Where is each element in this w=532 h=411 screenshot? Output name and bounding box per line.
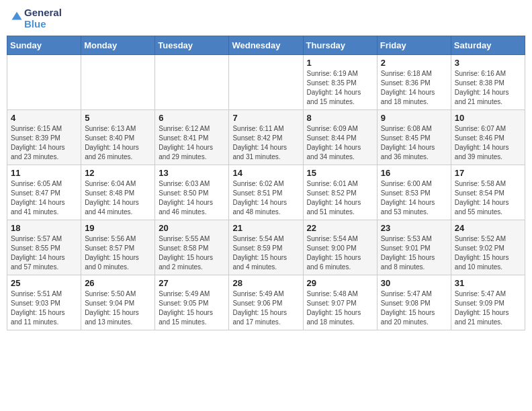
day-info: Sunrise: 6:07 AM Sunset: 8:46 PM Dayligh… xyxy=(455,124,521,162)
calendar-cell: 25Sunrise: 5:51 AM Sunset: 9:03 PM Dayli… xyxy=(7,275,81,330)
day-number: 3 xyxy=(455,58,521,68)
day-info: Sunrise: 5:58 AM Sunset: 8:54 PM Dayligh… xyxy=(455,179,521,217)
day-info: Sunrise: 5:56 AM Sunset: 8:57 PM Dayligh… xyxy=(85,234,151,272)
day-info: Sunrise: 6:01 AM Sunset: 8:52 PM Dayligh… xyxy=(307,179,373,217)
day-number: 30 xyxy=(381,278,447,288)
day-number: 8 xyxy=(307,113,373,123)
calendar-cell: 16Sunrise: 6:00 AM Sunset: 8:53 PM Dayli… xyxy=(377,165,451,220)
day-number: 4 xyxy=(11,113,77,123)
day-number: 25 xyxy=(11,278,77,288)
calendar-cell: 2Sunrise: 6:18 AM Sunset: 8:36 PM Daylig… xyxy=(377,54,451,109)
day-number: 15 xyxy=(307,168,373,178)
day-number: 2 xyxy=(381,58,447,68)
day-number: 9 xyxy=(381,113,447,123)
calendar-cell: 1Sunrise: 6:19 AM Sunset: 8:35 PM Daylig… xyxy=(303,54,377,109)
day-number: 27 xyxy=(159,278,225,288)
day-info: Sunrise: 5:54 AM Sunset: 8:59 PM Dayligh… xyxy=(232,234,299,272)
day-number: 24 xyxy=(455,223,521,233)
day-number: 23 xyxy=(381,223,447,233)
calendar-week-1: 1Sunrise: 6:19 AM Sunset: 8:35 PM Daylig… xyxy=(7,54,525,109)
day-info: Sunrise: 6:12 AM Sunset: 8:41 PM Dayligh… xyxy=(159,124,225,162)
day-number: 13 xyxy=(159,168,225,178)
day-number: 12 xyxy=(85,168,151,178)
calendar-cell: 4Sunrise: 6:15 AM Sunset: 8:39 PM Daylig… xyxy=(7,109,81,165)
calendar-cell: 27Sunrise: 5:49 AM Sunset: 9:05 PM Dayli… xyxy=(155,275,229,330)
day-number: 21 xyxy=(232,223,299,233)
calendar-header-row: SundayMondayTuesdayWednesdayThursdayFrid… xyxy=(7,36,525,54)
day-info: Sunrise: 6:18 AM Sunset: 8:36 PM Dayligh… xyxy=(381,69,447,107)
day-info: Sunrise: 5:47 AM Sunset: 9:09 PM Dayligh… xyxy=(455,289,521,327)
day-number: 20 xyxy=(159,223,225,233)
calendar-cell: 5Sunrise: 6:13 AM Sunset: 8:40 PM Daylig… xyxy=(81,109,155,165)
weekday-header-saturday: Saturday xyxy=(451,36,525,54)
day-info: Sunrise: 6:15 AM Sunset: 8:39 PM Dayligh… xyxy=(11,124,77,162)
day-info: Sunrise: 6:19 AM Sunset: 8:35 PM Dayligh… xyxy=(307,69,373,107)
day-number: 29 xyxy=(307,278,373,288)
day-info: Sunrise: 5:47 AM Sunset: 9:08 PM Dayligh… xyxy=(381,289,447,327)
day-info: Sunrise: 6:13 AM Sunset: 8:40 PM Dayligh… xyxy=(85,124,151,162)
calendar-cell: 8Sunrise: 6:09 AM Sunset: 8:44 PM Daylig… xyxy=(303,109,377,165)
day-info: Sunrise: 5:57 AM Sunset: 8:55 PM Dayligh… xyxy=(11,234,77,272)
day-number: 31 xyxy=(455,278,521,288)
calendar-cell: 21Sunrise: 5:54 AM Sunset: 8:59 PM Dayli… xyxy=(229,220,303,275)
calendar-cell: 10Sunrise: 6:07 AM Sunset: 8:46 PM Dayli… xyxy=(451,109,525,165)
day-info: Sunrise: 6:04 AM Sunset: 8:48 PM Dayligh… xyxy=(85,179,151,217)
calendar-cell: 19Sunrise: 5:56 AM Sunset: 8:57 PM Dayli… xyxy=(81,220,155,275)
calendar-week-2: 4Sunrise: 6:15 AM Sunset: 8:39 PM Daylig… xyxy=(7,109,525,165)
day-info: Sunrise: 6:09 AM Sunset: 8:44 PM Dayligh… xyxy=(307,124,373,162)
day-info: Sunrise: 6:00 AM Sunset: 8:53 PM Dayligh… xyxy=(381,179,447,217)
day-info: Sunrise: 6:16 AM Sunset: 8:38 PM Dayligh… xyxy=(455,69,521,107)
day-number: 1 xyxy=(307,58,373,68)
calendar-table: SundayMondayTuesdayWednesdayThursdayFrid… xyxy=(7,36,525,330)
calendar-cell: 11Sunrise: 6:05 AM Sunset: 8:47 PM Dayli… xyxy=(7,165,81,220)
logo: GeneralBlue xyxy=(9,7,62,30)
svg-marker-0 xyxy=(12,12,22,20)
calendar-cell: 26Sunrise: 5:50 AM Sunset: 9:04 PM Dayli… xyxy=(81,275,155,330)
calendar-cell xyxy=(7,54,81,109)
day-info: Sunrise: 5:51 AM Sunset: 9:03 PM Dayligh… xyxy=(11,289,77,327)
day-info: Sunrise: 5:55 AM Sunset: 8:58 PM Dayligh… xyxy=(159,234,225,272)
day-info: Sunrise: 6:08 AM Sunset: 8:45 PM Dayligh… xyxy=(381,124,447,162)
day-info: Sunrise: 6:05 AM Sunset: 8:47 PM Dayligh… xyxy=(11,179,77,217)
day-number: 19 xyxy=(85,223,151,233)
day-info: Sunrise: 5:54 AM Sunset: 9:00 PM Dayligh… xyxy=(307,234,373,272)
calendar-cell: 12Sunrise: 6:04 AM Sunset: 8:48 PM Dayli… xyxy=(81,165,155,220)
weekday-header-friday: Friday xyxy=(377,36,451,54)
calendar-cell: 3Sunrise: 6:16 AM Sunset: 8:38 PM Daylig… xyxy=(451,54,525,109)
calendar-week-5: 25Sunrise: 5:51 AM Sunset: 9:03 PM Dayli… xyxy=(7,275,525,330)
day-number: 11 xyxy=(11,168,77,178)
calendar-cell: 14Sunrise: 6:02 AM Sunset: 8:51 PM Dayli… xyxy=(229,165,303,220)
calendar-cell xyxy=(81,54,155,109)
day-info: Sunrise: 6:03 AM Sunset: 8:50 PM Dayligh… xyxy=(159,179,225,217)
day-number: 10 xyxy=(455,113,521,123)
calendar-cell xyxy=(229,54,303,109)
day-info: Sunrise: 6:11 AM Sunset: 8:42 PM Dayligh… xyxy=(232,124,299,162)
day-number: 18 xyxy=(11,223,77,233)
calendar-week-3: 11Sunrise: 6:05 AM Sunset: 8:47 PM Dayli… xyxy=(7,165,525,220)
calendar-cell: 18Sunrise: 5:57 AM Sunset: 8:55 PM Dayli… xyxy=(7,220,81,275)
logo-icon xyxy=(11,11,23,23)
calendar-cell: 22Sunrise: 5:54 AM Sunset: 9:00 PM Dayli… xyxy=(303,220,377,275)
calendar-cell: 28Sunrise: 5:49 AM Sunset: 9:06 PM Dayli… xyxy=(229,275,303,330)
weekday-header-tuesday: Tuesday xyxy=(155,36,229,54)
calendar-cell: 23Sunrise: 5:53 AM Sunset: 9:01 PM Dayli… xyxy=(377,220,451,275)
calendar-cell: 20Sunrise: 5:55 AM Sunset: 8:58 PM Dayli… xyxy=(155,220,229,275)
day-info: Sunrise: 5:49 AM Sunset: 9:05 PM Dayligh… xyxy=(159,289,225,327)
day-number: 5 xyxy=(85,113,151,123)
day-number: 6 xyxy=(159,113,225,123)
day-info: Sunrise: 5:49 AM Sunset: 9:06 PM Dayligh… xyxy=(232,289,299,327)
day-number: 26 xyxy=(85,278,151,288)
day-info: Sunrise: 6:02 AM Sunset: 8:51 PM Dayligh… xyxy=(232,179,299,217)
weekday-header-thursday: Thursday xyxy=(303,36,377,54)
calendar-cell: 15Sunrise: 6:01 AM Sunset: 8:52 PM Dayli… xyxy=(303,165,377,220)
day-number: 14 xyxy=(232,168,299,178)
logo-text: GeneralBlue xyxy=(24,7,62,30)
calendar-cell: 7Sunrise: 6:11 AM Sunset: 8:42 PM Daylig… xyxy=(229,109,303,165)
calendar-cell: 6Sunrise: 6:12 AM Sunset: 8:41 PM Daylig… xyxy=(155,109,229,165)
day-number: 17 xyxy=(455,168,521,178)
calendar-cell: 17Sunrise: 5:58 AM Sunset: 8:54 PM Dayli… xyxy=(451,165,525,220)
weekday-header-monday: Monday xyxy=(81,36,155,54)
calendar-cell: 24Sunrise: 5:52 AM Sunset: 9:02 PM Dayli… xyxy=(451,220,525,275)
calendar-cell: 29Sunrise: 5:48 AM Sunset: 9:07 PM Dayli… xyxy=(303,275,377,330)
day-info: Sunrise: 5:50 AM Sunset: 9:04 PM Dayligh… xyxy=(85,289,151,327)
